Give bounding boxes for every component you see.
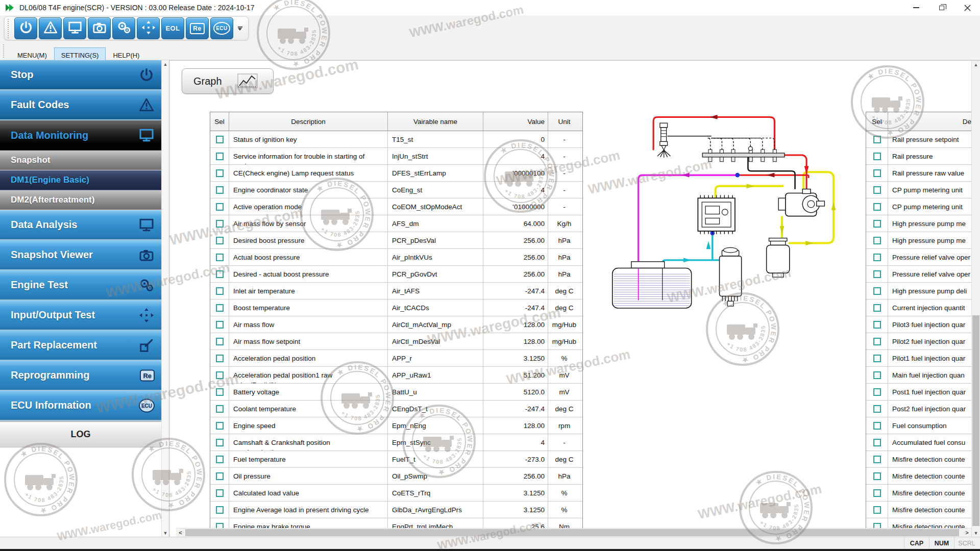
sidebar-item-data-monitoring[interactable]: Data Monitoring [0, 120, 161, 151]
row-checkbox[interactable] [216, 254, 224, 261]
row-checkbox[interactable] [216, 203, 224, 211]
row-checkbox[interactable] [216, 388, 224, 396]
row-checkbox[interactable] [873, 338, 881, 345]
row-checkbox[interactable] [873, 489, 881, 497]
table-row[interactable]: CP pump metering unit [866, 198, 980, 215]
row-checkbox[interactable] [873, 321, 881, 329]
table-row[interactable]: Misfire detection counte [866, 518, 980, 529]
row-checkbox[interactable] [873, 237, 881, 244]
table-row[interactable]: Actual boost pressureAir_pIntkVUs256.00h… [210, 249, 582, 266]
toolbar-eol-button[interactable]: EOL [161, 17, 184, 39]
sidebar-item-engine-test[interactable]: Engine Test [0, 270, 161, 300]
table-row[interactable]: CE(Check engine) Lamp request statusDFES… [210, 165, 582, 182]
table-row[interactable]: Desired - actual boost pressurePCR_pGovD… [210, 266, 582, 283]
row-checkbox[interactable] [873, 388, 881, 396]
row-checkbox[interactable] [873, 220, 881, 228]
table-row[interactable]: Active operation modeCoEOM_stOpModeAct'0… [210, 198, 582, 215]
table-row[interactable]: Current injection quantit [866, 299, 980, 316]
main-scroll-left-icon[interactable]: < [176, 529, 185, 537]
graph-button[interactable]: Graph [182, 68, 274, 94]
row-checkbox[interactable] [216, 456, 224, 463]
row-checkbox[interactable] [216, 405, 224, 413]
table-row[interactable]: Boost temperatureAir_tCACDs-247.4deg C [210, 299, 582, 316]
row-checkbox[interactable] [216, 439, 224, 446]
row-checkbox[interactable] [216, 153, 224, 160]
table-row[interactable]: Air mass flow setpointAirCtl_mDesVal128.… [210, 333, 582, 350]
table-row[interactable]: Camshaft & Crankshaft positionsynchroniz… [210, 434, 582, 451]
table-row[interactable]: Desired boost pressurePCR_pDesVal256.00h… [210, 232, 582, 249]
main-scroll-up-icon[interactable]: ▲ [972, 61, 980, 68]
sidebar-item-data-analysis[interactable]: Data Analysis [0, 210, 161, 240]
toolbar-overflow-button[interactable] [237, 27, 243, 31]
table-row[interactable]: Rail pressure [866, 148, 980, 165]
sidebar-scroll-down-icon[interactable]: ▼ [162, 529, 169, 537]
sidebar-scroll-up-icon[interactable]: ▲ [162, 60, 169, 68]
column-header-sel[interactable]: Sel [866, 112, 888, 131]
table-row[interactable]: Acceleration pedal position1 rawvalue(Fu… [210, 367, 582, 384]
row-checkbox[interactable] [216, 506, 224, 514]
row-checkbox[interactable] [216, 136, 224, 143]
table-row[interactable]: Engine speedEpm_nEng128.00rpm [210, 417, 582, 434]
minimize-button[interactable] [903, 0, 929, 15]
sidebar-scrollbar[interactable]: ▲ ▼ [161, 60, 169, 537]
table-row[interactable]: High pressure pump me [866, 232, 980, 249]
column-header-sel[interactable]: Sel [210, 112, 229, 131]
row-checkbox[interactable] [873, 136, 881, 143]
table-row[interactable]: Pilot2 fuel injection quar [866, 333, 980, 350]
row-checkbox[interactable] [873, 270, 881, 278]
row-checkbox[interactable] [873, 371, 881, 379]
column-header-description[interactable]: Description [229, 112, 388, 131]
sidebar-item-fault-codes[interactable]: Fault Codes [0, 90, 161, 120]
row-checkbox[interactable] [216, 304, 224, 312]
table-row[interactable]: High pressure pump deli [866, 283, 980, 299]
table-row[interactable]: Coolant temperatureCEngDsT_t-247.4deg C [210, 400, 582, 417]
row-checkbox[interactable] [873, 169, 881, 177]
table-row[interactable]: Oil pressureOil_pSwmp256.00hPa [210, 468, 582, 485]
table-row[interactable]: Engine max brake torqueEngPrt_trqLimMech… [210, 518, 582, 529]
log-button[interactable]: LOG [0, 421, 161, 447]
table-row[interactable]: Accumulated fuel consu [866, 434, 980, 451]
row-checkbox[interactable] [216, 422, 224, 430]
toolbar-warning-button[interactable] [39, 17, 62, 39]
sidebar-item-snapshot[interactable]: Snapshot [0, 151, 161, 170]
main-vertical-scrollbar[interactable]: ▲ ▼ [971, 61, 980, 537]
row-checkbox[interactable] [216, 321, 224, 329]
row-checkbox[interactable] [216, 270, 224, 278]
row-checkbox[interactable] [873, 203, 881, 211]
toolbar-move-button[interactable] [137, 17, 160, 39]
row-checkbox[interactable] [873, 153, 881, 160]
toolbar-ecu-button[interactable]: ECU [210, 17, 233, 39]
row-checkbox[interactable] [216, 338, 224, 345]
sidebar-item-part-replacement[interactable]: Part Replacement [0, 331, 161, 361]
table-row[interactable]: Service information for trouble in start… [210, 148, 582, 165]
table-row[interactable]: Inlet air temperatureAir_tAFS-247.4deg C [210, 283, 582, 299]
vertical-scroll-thumb[interactable] [972, 315, 979, 526]
row-checkbox[interactable] [873, 439, 881, 446]
column-header-unit[interactable]: Unit [548, 112, 580, 131]
table-row[interactable]: Air mass flowAirCtl_mActVal_mp128.00mg/H… [210, 316, 582, 333]
maximize-button[interactable] [929, 0, 954, 15]
table-row[interactable]: Post1 fuel injection quar [866, 384, 980, 400]
table-row[interactable]: Pressure relief valve oper [866, 249, 980, 266]
row-checkbox[interactable] [873, 304, 881, 312]
sidebar-item-dm1-engine-basic[interactable]: DM1(Engine Basic) [0, 170, 161, 190]
table-row[interactable]: Post2 fuel injection quar [866, 400, 980, 417]
column-header-value[interactable]: Value [483, 112, 548, 131]
row-checkbox[interactable] [216, 371, 224, 379]
row-checkbox[interactable] [216, 237, 224, 244]
table-row[interactable]: Pilot1 fuel injection quar [866, 350, 980, 367]
table-row[interactable]: Main fuel injection quan [866, 367, 980, 384]
row-checkbox[interactable] [216, 489, 224, 497]
toolbar-power-button[interactable] [14, 17, 37, 39]
row-checkbox[interactable] [216, 287, 224, 295]
table-row[interactable]: Status of ignition keyT15_st0- [210, 131, 582, 148]
row-checkbox[interactable] [873, 456, 881, 463]
table-row[interactable]: Battery voltageBattU_u5120.0mV [210, 384, 582, 400]
row-checkbox[interactable] [873, 254, 881, 261]
row-checkbox[interactable] [216, 186, 224, 194]
table-row[interactable]: Fuel temperatureFuelT_t-273.0deg C [210, 451, 582, 468]
sidebar-item-stop[interactable]: Stop [0, 60, 161, 90]
row-checkbox[interactable] [873, 422, 881, 430]
table-row[interactable]: Air mass flow by sensorAFS_dm64.000Kg/h [210, 215, 582, 232]
row-checkbox[interactable] [216, 169, 224, 177]
